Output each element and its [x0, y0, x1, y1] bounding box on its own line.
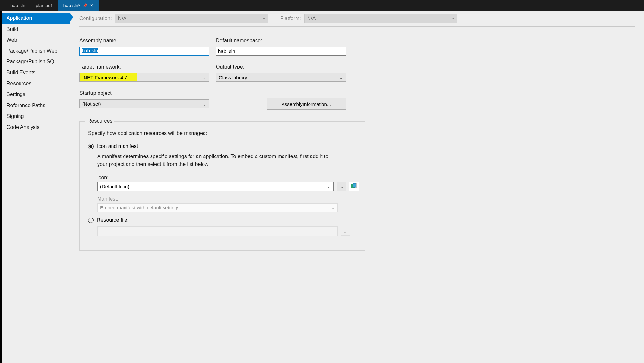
side-tab-build[interactable]: Build [2, 24, 70, 35]
document-tab-habsln-props[interactable]: hab-sln* 📌 ✕ [58, 0, 99, 11]
assembly-name-value: hab-sln [82, 48, 98, 53]
side-tab-build-events[interactable]: Build Events [2, 67, 70, 78]
startup-object-value: (Not set) [82, 101, 101, 106]
platform-label: Platform: [280, 16, 301, 21]
close-icon[interactable]: ✕ [90, 3, 93, 8]
output-type-select[interactable]: Class Library [216, 73, 346, 82]
icon-select[interactable]: (Default Icon) [97, 182, 334, 191]
side-tab-signing[interactable]: Signing [2, 111, 70, 122]
property-category-tabs: Application Build Web Package/Publish We… [2, 11, 70, 363]
side-tab-application[interactable]: Application [2, 13, 70, 24]
resources-description: Specify how application resources will b… [88, 131, 359, 136]
default-namespace-input[interactable] [216, 47, 346, 56]
tab-label: hab-sln [10, 3, 25, 8]
tab-label: hab-sln* [63, 3, 80, 8]
manifest-select: Embed manifest with default settings [97, 203, 338, 212]
manifest-value: Embed manifest with default settings [100, 205, 179, 210]
resources-legend: Resources [85, 118, 114, 124]
radio-resource-file-label: Resource file: [97, 217, 129, 223]
resources-groupbox: Resources Specify how application resour… [79, 121, 365, 251]
platform-value: N/A [307, 16, 316, 21]
document-tab-habsln[interactable]: hab-sln [5, 0, 31, 11]
target-framework-label: Target framework: [79, 64, 216, 70]
side-tab-reference-paths[interactable]: Reference Paths [2, 100, 70, 111]
configuration-select[interactable]: N/A [115, 14, 268, 23]
resource-file-input [97, 226, 338, 236]
side-tab-resources[interactable]: Resources [2, 78, 70, 89]
startup-object-select[interactable]: (Not set) [79, 99, 209, 108]
startup-object-label: Startup object: [79, 90, 216, 96]
radio-icon-and-manifest[interactable]: Icon and manifest [88, 144, 359, 149]
icon-value: (Default Icon) [100, 184, 129, 189]
side-tab-web[interactable]: Web [2, 34, 70, 45]
svg-rect-2 [356, 183, 357, 188]
icon-label: Icon: [97, 175, 359, 181]
side-tab-package-publish-sql[interactable]: Package/Publish SQL [2, 56, 70, 67]
side-tab-settings[interactable]: Settings [2, 89, 70, 100]
radio-icon-and-manifest-label: Icon and manifest [97, 144, 138, 149]
radio-resource-file[interactable]: Resource file: [88, 217, 359, 223]
target-framework-value: .NET Framework 4.7 [82, 75, 127, 80]
side-tab-package-publish-web[interactable]: Package/Publish Web [2, 45, 70, 56]
platform-select[interactable]: N/A [304, 14, 457, 23]
assembly-information-button[interactable]: Assembly Information... [267, 98, 346, 110]
default-namespace-label: Default namespace: [216, 38, 352, 44]
resource-file-browse-button: ... [341, 227, 350, 236]
manifest-label: Manifest: [97, 196, 359, 202]
tab-label: plan.ps1 [36, 3, 53, 8]
configuration-value: N/A [118, 16, 127, 21]
manifest-description: A manifest determines specific settings … [97, 153, 338, 168]
radio-selected-icon [88, 144, 94, 149]
app-icon-icon [351, 183, 357, 190]
document-tab-strip: hab-sln plan.ps1 hab-sln* 📌 ✕ [0, 0, 644, 11]
application-panel: Configuration: N/A Platform: N/A Assembl… [70, 11, 644, 363]
pin-icon[interactable]: 📌 [83, 3, 87, 8]
output-type-value: Class Library [219, 75, 247, 80]
side-tab-code-analysis[interactable]: Code Analysis [2, 122, 70, 133]
assembly-name-input[interactable]: hab-sln [79, 47, 209, 56]
workspace: Application Build Web Package/Publish We… [0, 11, 644, 363]
document-tab-planps1[interactable]: plan.ps1 [31, 0, 58, 11]
icon-preview [349, 182, 359, 191]
target-framework-select[interactable]: .NET Framework 4.7 [79, 73, 209, 82]
configuration-label: Configuration: [79, 16, 112, 21]
config-platform-row: Configuration: N/A Platform: N/A [79, 14, 635, 27]
radio-unselected-icon [88, 218, 94, 223]
output-type-label: Output type: [216, 64, 352, 70]
icon-browse-button[interactable]: ... [337, 182, 346, 191]
assembly-name-label: Assembly name: [79, 38, 216, 44]
